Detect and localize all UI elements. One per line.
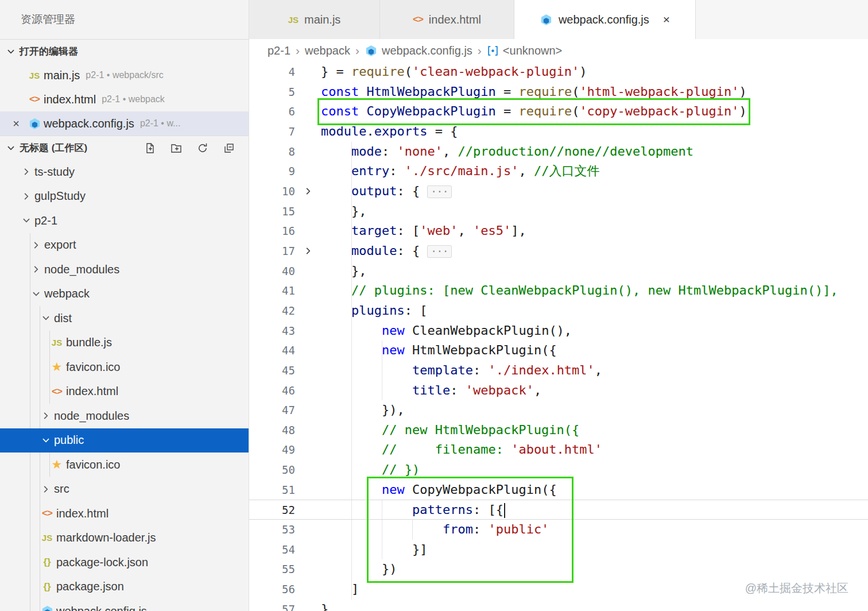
code-editor[interactable]: 4} = require('clean-webpack-plugin')5con… (249, 62, 868, 611)
tree-item-bundle.js[interactable]: JSbundle.js (0, 331, 249, 355)
code-line-47[interactable]: 47 }), (249, 400, 868, 420)
code-line-57[interactable]: 57} (249, 600, 868, 611)
tab-main.js[interactable]: JSmain.js (249, 0, 380, 39)
breadcrumb-item-p2-1[interactable]: p2-1 (268, 44, 290, 57)
code-line-48[interactable]: 48 // new HtmlWebpackPlugin({ (249, 420, 868, 440)
tab-webpack.config.js[interactable]: webpack.config.js× (514, 0, 696, 39)
fold-gutter (295, 142, 321, 162)
tree-item-markdown-loader.js[interactable]: JSmarkdown-loader.js (0, 526, 249, 551)
new-file-button[interactable] (144, 142, 156, 154)
code-line-7[interactable]: 7module.exports = { (249, 122, 868, 142)
code-line-46[interactable]: 46 title: 'webpack', (249, 381, 868, 401)
code-line-51[interactable]: 51 new CopyWebpackPlugin({ (249, 480, 868, 500)
tree-item-dist[interactable]: dist (0, 306, 249, 331)
new-folder-icon (170, 142, 182, 154)
code-text: // filename: 'about.html' (321, 440, 868, 460)
workspace-header[interactable]: 无标题 (工作区) (0, 136, 249, 160)
code-line-42[interactable]: 42 plugins: [ (249, 301, 868, 321)
code-line-44[interactable]: 44 new HtmlWebpackPlugin({ (249, 341, 868, 361)
code-line-43[interactable]: 43 new CleanWebpackPlugin(), (249, 321, 868, 341)
refresh-button[interactable] (197, 142, 208, 154)
line-number: 52 (249, 500, 295, 519)
breadcrumb-separator: › (355, 44, 359, 57)
code-line-53[interactable]: 53 from: 'public' (249, 520, 868, 540)
code-line-17[interactable]: 17 module: { ··· (249, 241, 868, 261)
tree-item-public[interactable]: public (0, 428, 249, 453)
code-text: plugins: [ (321, 301, 868, 321)
open-editor-main.js[interactable]: JSmain.jsp2-1 • webpack/src (0, 63, 249, 87)
tree-item-gulpStudy[interactable]: gulpStudy (0, 184, 249, 209)
open-editor-label: main.js (44, 69, 80, 82)
tree-item-package.json[interactable]: {}package.json (0, 575, 249, 600)
html-icon: <> (413, 14, 423, 25)
tree-item-label: markdown-loader.js (56, 531, 156, 544)
fold-chevron-icon[interactable] (295, 181, 321, 202)
open-editor-webpack.config.js[interactable]: ×webpack.config.jsp2-1 • w... (0, 111, 249, 136)
tree-item-label: node_modules (44, 263, 119, 276)
code-line-55[interactable]: 55 }) (249, 559, 868, 579)
fold-chevron-icon[interactable] (295, 241, 321, 261)
tree-item-label: bundle.js (66, 336, 112, 349)
line-number: 10 (249, 181, 295, 202)
tree-item-node_modules[interactable]: node_modules (0, 404, 249, 428)
breadcrumb-item-webpack.config.js[interactable]: webpack.config.js (365, 44, 472, 57)
tree-item-index.html[interactable]: <>index.html (0, 501, 249, 526)
open-editors-header[interactable]: 打开的编辑器 (0, 39, 249, 63)
tree-item-package-lock.json[interactable]: {}package-lock.json (0, 550, 249, 575)
code-line-54[interactable]: 54 }] (249, 540, 868, 560)
chevron-right-icon (303, 246, 313, 256)
tree-item-p2-1[interactable]: p2-1 (0, 208, 249, 233)
code-line-6[interactable]: 6const CopyWebpackPlugin = require('copy… (249, 102, 868, 122)
code-line-50[interactable]: 50 // }) (249, 460, 868, 480)
code-text: }] (321, 540, 868, 560)
code-line-52[interactable]: 52 patterns: [{ (249, 500, 868, 520)
tree-item-export[interactable]: export (0, 233, 249, 258)
fold-gutter (295, 520, 321, 540)
code-line-4[interactable]: 4} = require('clean-webpack-plugin') (249, 62, 868, 82)
symbol-icon (487, 45, 499, 57)
code-line-16[interactable]: 16 target: ['web', 'es5'], (249, 221, 868, 241)
code-text: new HtmlWebpackPlugin({ (321, 341, 868, 361)
code-line-41[interactable]: 41 // plugins: [new CleanWebpackPlugin()… (249, 281, 868, 301)
fold-gutter (295, 161, 321, 181)
line-number: 8 (249, 142, 295, 162)
new-folder-button[interactable] (170, 142, 182, 154)
breadcrumb-item-webpack[interactable]: webpack (305, 44, 350, 57)
code-text: module: { ··· (321, 241, 868, 261)
tab-index.html[interactable]: <>index.html (380, 0, 514, 39)
code-line-45[interactable]: 45 template: './index.html', (249, 361, 868, 381)
breadcrumb-item-unknown[interactable]: <unknown> (487, 44, 562, 57)
tree-item-ts-study[interactable]: ts-study (0, 160, 249, 184)
open-editor-desc: p2-1 • webpack/src (86, 70, 163, 80)
code-line-49[interactable]: 49 // filename: 'about.html' (249, 440, 868, 460)
open-editor-index.html[interactable]: <>index.htmlp2-1 • webpack (0, 87, 249, 111)
js-icon: JS (288, 15, 299, 25)
open-editors-label: 打开的编辑器 (20, 45, 78, 58)
tree-item-favicon.ico[interactable]: ★favicon.ico (0, 453, 249, 477)
code-text: const HtmlWebpackPlugin = require('html-… (321, 82, 868, 102)
line-number: 53 (249, 520, 295, 540)
tree-item-node_modules[interactable]: node_modules (0, 257, 249, 282)
line-number: 43 (249, 321, 295, 341)
fold-gutter (295, 221, 321, 241)
close-icon[interactable]: × (663, 13, 670, 26)
close-icon[interactable]: × (7, 117, 25, 130)
code-line-15[interactable]: 15 }, (249, 202, 868, 222)
tree-item-webpack[interactable]: webpack (0, 282, 249, 307)
collapse-all-button[interactable] (223, 142, 235, 154)
fold-gutter (295, 559, 321, 579)
code-line-8[interactable]: 8 mode: 'none', //production//none//deve… (249, 142, 868, 162)
tree-item-label: ts-study (34, 165, 75, 179)
code-line-40[interactable]: 40 }, (249, 261, 868, 281)
tree-item-label: p2-1 (34, 214, 57, 227)
code-line-9[interactable]: 9 entry: './src/main.js', //入口文件 (249, 161, 868, 181)
chevron-down-icon (6, 143, 16, 153)
code-line-5[interactable]: 5const HtmlWebpackPlugin = require('html… (249, 82, 868, 102)
fold-gutter (295, 202, 321, 222)
tree-item-index.html[interactable]: <>index.html (0, 380, 249, 404)
tree-item-webpack.config.js[interactable]: webpack.config.js (0, 599, 249, 611)
tree-item-src[interactable]: src (0, 477, 249, 502)
tree-item-favicon.ico[interactable]: ★favicon.ico (0, 355, 249, 380)
line-number: 51 (249, 480, 295, 500)
code-line-10[interactable]: 10 output: { ··· (249, 181, 868, 202)
